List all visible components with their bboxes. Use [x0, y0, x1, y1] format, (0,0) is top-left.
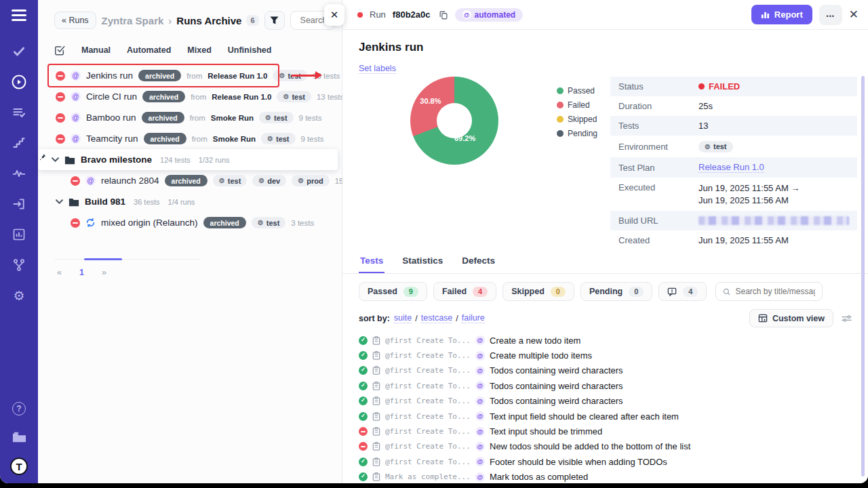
test-title[interactable]: Todos containing weird characters	[490, 396, 623, 406]
legend-pending[interactable]: Pending	[557, 129, 597, 138]
test-title[interactable]: New todos should be added to the bottom …	[490, 441, 690, 451]
custom-view-button[interactable]: Custom view	[749, 309, 833, 327]
from-plan-name[interactable]: Smoke Run	[211, 114, 254, 122]
env-badge-test[interactable]: test	[273, 70, 307, 81]
test-suite[interactable]: @first Create To...	[385, 396, 471, 405]
run-row-bamboo[interactable]: Bamboo run archived from Smoke Run test …	[38, 107, 342, 128]
test-suite[interactable]: @first Create To...	[385, 412, 471, 421]
run-row-circle-ci[interactable]: Circle CI run archived from Release Run …	[38, 86, 342, 107]
test-title[interactable]: Todos containing weird characters	[490, 381, 623, 391]
clipboard-icon[interactable]	[372, 396, 380, 405]
test-row[interactable]: @first Create To... Create multiple todo…	[359, 348, 868, 363]
legend-failed[interactable]: Failed	[557, 100, 597, 110]
tab-defects[interactable]: Defects	[460, 251, 496, 273]
import-icon[interactable]	[11, 196, 27, 212]
folder-row-build-981[interactable]: Build 981 36 tests 1/4 runs	[38, 191, 342, 212]
test-row[interactable]: @first Create To... Todos containing wei…	[359, 363, 868, 378]
test-row[interactable]: @first Create To... Footer should be vis…	[359, 454, 868, 469]
folder-name[interactable]: Build 981	[85, 197, 125, 207]
tab-tests[interactable]: Tests	[359, 251, 384, 273]
legend-passed[interactable]: Passed	[557, 86, 597, 96]
clipboard-icon[interactable]	[372, 366, 380, 375]
clipboard-icon[interactable]	[372, 351, 380, 360]
sort-testcase-link[interactable]: testcase	[421, 313, 453, 323]
copy-icon[interactable]	[439, 10, 448, 20]
filter-failed-button[interactable]: Failed4	[433, 282, 496, 301]
sort-suite-link[interactable]: suite	[394, 313, 412, 323]
folder-row-bravo-milestone[interactable]: Bravo milestone 124 tests 1/32 runs	[38, 149, 338, 170]
env-badge-test[interactable]: test	[252, 217, 286, 228]
clipboard-icon[interactable]	[372, 336, 380, 345]
run-name[interactable]: Teamcity run	[86, 134, 138, 144]
chevron-down-icon[interactable]	[52, 157, 59, 162]
test-row[interactable]: @first Create To... Text input should be…	[359, 424, 868, 439]
test-row[interactable]: @first Create To... New todos should be …	[359, 439, 868, 454]
branch-icon[interactable]	[11, 257, 27, 273]
test-suite[interactable]: @first Create To...	[385, 427, 471, 436]
run-name[interactable]: Bamboo run	[86, 113, 136, 123]
run-name[interactable]: mixed origin (Relaunch)	[101, 218, 198, 228]
sliders-icon[interactable]	[842, 314, 852, 323]
back-to-runs-button[interactable]: « Runs	[54, 12, 96, 29]
env-badge-dev[interactable]: dev	[252, 175, 286, 186]
env-badge-test[interactable]: test	[261, 133, 296, 144]
run-row-relaunch-2804[interactable]: relaunch 2804 archived test dev prod 15 …	[38, 170, 342, 191]
test-suite[interactable]: @first Create To...	[385, 458, 471, 466]
automated-badge[interactable]: automated	[455, 8, 524, 22]
tests-search-input[interactable]	[735, 287, 815, 296]
report-button[interactable]: Report	[751, 5, 812, 24]
run-name[interactable]: relaunch 2804	[101, 176, 159, 186]
test-title[interactable]: Todos containing weird characters	[490, 365, 623, 375]
run-row-mixed-origin[interactable]: mixed origin (Relaunch) archived test 3 …	[38, 212, 342, 233]
test-title[interactable]: Text input field should be cleared after…	[490, 411, 679, 422]
test-row[interactable]: @first Create To... Todos containing wei…	[359, 378, 868, 393]
clipboard-icon[interactable]	[372, 458, 380, 466]
sort-failure-link[interactable]: failure	[462, 313, 485, 323]
pin-icon[interactable]	[39, 153, 46, 163]
vertical-scrollbar[interactable]	[861, 76, 865, 476]
close-detail-button[interactable]	[849, 7, 859, 22]
projects-folder-icon[interactable]	[11, 429, 27, 445]
test-title[interactable]: Create multiple todo items	[490, 350, 592, 361]
filter-passed-button[interactable]: Passed9	[359, 282, 427, 301]
test-suite[interactable]: @first Create To...	[385, 366, 471, 375]
menu-icon[interactable]	[12, 9, 26, 21]
steps-icon[interactable]	[11, 135, 27, 151]
help-icon[interactable]	[11, 401, 27, 417]
test-row[interactable]: @first Create To... Create a new todo it…	[359, 333, 868, 348]
env-badge-test[interactable]: test	[698, 141, 733, 152]
filter-funnel-button[interactable]	[264, 11, 285, 30]
set-labels-link[interactable]: Set labels	[359, 64, 396, 74]
close-overlay-button[interactable]	[324, 4, 344, 26]
activity-pulse-icon[interactable]	[11, 165, 27, 182]
from-plan-name[interactable]: Smoke Run	[213, 135, 256, 143]
test-suite[interactable]: @first Create To...	[385, 442, 471, 451]
chevron-down-icon[interactable]	[56, 199, 63, 204]
test-suite[interactable]: Mark as complete...	[385, 472, 471, 481]
test-suite[interactable]: @first Create To...	[385, 336, 471, 345]
clipboard-icon[interactable]	[372, 382, 380, 390]
test-suite[interactable]: @first Create To...	[385, 382, 471, 390]
test-row[interactable]: @first Create To... Todos containing wei…	[359, 394, 868, 409]
account-avatar[interactable]: T	[10, 458, 28, 475]
list-check-icon[interactable]	[11, 104, 27, 121]
test-title[interactable]: Text input should be trimmed	[490, 426, 602, 436]
test-title[interactable]: Footer should be visible when adding TOD…	[490, 457, 667, 467]
test-row[interactable]: Mark as complete... Mark todos as comple…	[359, 470, 868, 483]
tab-automated[interactable]: Automated	[127, 45, 171, 55]
env-badge-prod[interactable]: prod	[292, 175, 329, 186]
select-all-icon[interactable]	[54, 45, 65, 56]
env-badge-test[interactable]: test	[259, 112, 294, 123]
more-options-button[interactable]	[819, 5, 842, 25]
test-title[interactable]: Create a new todo item	[490, 336, 580, 346]
run-name[interactable]: Circle CI run	[86, 92, 137, 102]
clipboard-icon[interactable]	[372, 412, 380, 421]
filter-skipped-button[interactable]: Skipped0	[502, 282, 574, 301]
tab-mixed[interactable]: Mixed	[187, 45, 211, 55]
from-plan-name[interactable]: Release Run 1.0	[212, 93, 271, 101]
filter-comments-button[interactable]: 4	[658, 282, 707, 301]
pagination-next-button[interactable]: »	[102, 268, 106, 277]
runs-play-circle-icon[interactable]	[11, 74, 27, 90]
run-row-teamcity[interactable]: Teamcity run archived from Smoke Run tes…	[38, 128, 342, 149]
run-name[interactable]: Jenkins run	[86, 70, 133, 81]
